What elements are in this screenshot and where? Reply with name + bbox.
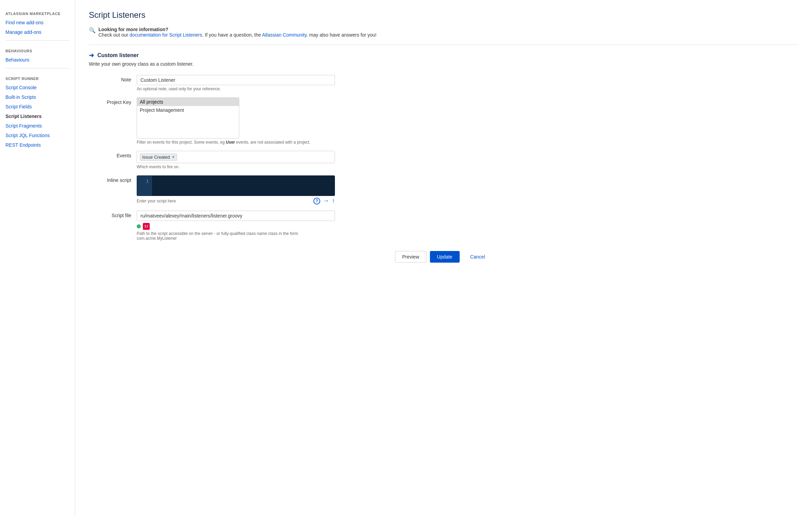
listener-section: ➜ Custom listener Write your own groovy … [89,52,798,273]
info-box: 🔍 Looking for more information? Check ou… [89,27,798,38]
update-button[interactable]: Update [430,251,460,263]
event-tag-close-icon[interactable]: × [172,155,175,159]
inline-script-label: Inline script [89,175,137,183]
events-field: Issue Created × Which events to fire on … [137,151,798,169]
event-tag-issue-created: Issue Created × [140,154,177,161]
project-key-field: All projects Project Management Filter o… [137,97,798,145]
code-hint: Enter your script here [137,199,176,203]
project-option-all: All projects [137,98,239,106]
project-key-select[interactable]: All projects Project Management [137,97,239,138]
sidebar-item-built-in-scripts[interactable]: Built-in Scripts [0,92,75,102]
behaviours-label: BEHAVIOURS [0,44,75,55]
inline-script-row: Inline script 1 Enter your script here ?… [89,175,798,204]
note-input[interactable] [137,75,335,85]
arrow-up-icon[interactable]: ↑ [332,197,335,204]
listener-arrow-icon: ➜ [89,52,94,59]
listener-header: ➜ Custom listener [89,52,798,59]
script-file-field: IJ Path to the script accessible on the … [137,211,798,241]
button-row: Preview Update Cancel [89,251,798,273]
cancel-button[interactable]: Cancel [463,251,492,263]
scriptrunner-label: SCRIPT RUNNER [0,72,75,83]
info-text-mid: . If you have a question, the [202,32,262,38]
code-line-numbers: 1 [137,176,152,196]
sidebar-item-manage-addons[interactable]: Manage add-ons [0,27,75,37]
behaviours-section: BEHAVIOURS Behaviours [0,44,75,65]
events-input-container[interactable]: Issue Created × [137,151,335,163]
sidebar-item-script-fields[interactable]: Script Fields [0,102,75,111]
line-number-1: 1 [146,179,149,184]
info-text-before: Check out our [98,32,130,38]
script-file-status: IJ [137,223,798,230]
code-actions: ? → ↑ [313,197,335,204]
search-icon: 🔍 [89,27,96,34]
main-content: Script Listeners 🔍 Looking for more info… [75,0,812,515]
code-editor: 1 [137,175,335,196]
info-content: Looking for more information? Check out … [98,27,377,38]
ide-icon: IJ [143,223,150,230]
marketplace-section: ATLASSIAN MARKETPLACE Find new add-ons M… [0,7,75,37]
sidebar-item-script-jql-functions[interactable]: Script JQL Functions [0,131,75,140]
project-key-label: Project Key [89,97,137,105]
sidebar-item-script-console[interactable]: Script Console [0,83,75,92]
sidebar-item-find-addons[interactable]: Find new add-ons [0,18,75,27]
inline-script-field: 1 Enter your script here ? → ↑ [137,175,798,204]
note-hint: An optional note, used only for your ref… [137,87,335,91]
project-hint: Filter on events for this project. Some … [137,140,335,145]
help-icon[interactable]: ? [313,198,320,204]
code-editor-footer: Enter your script here ? → ↑ [137,197,335,204]
script-file-input[interactable] [137,211,335,221]
sidebar-item-script-fragments[interactable]: Script Fragments [0,121,75,131]
sidebar-item-script-listeners[interactable]: Script Listeners [0,111,75,121]
note-field: An optional note, used only for your ref… [137,75,798,91]
events-label: Events [89,151,137,158]
project-key-row: Project Key All projects Project Managem… [89,97,798,145]
sidebar-item-rest-endpoints[interactable]: REST Endpoints [0,140,75,150]
script-file-hint: Path to the script accessible on the ser… [137,231,335,241]
arrow-right-icon[interactable]: → [323,197,329,204]
script-file-label: Script file [89,211,137,218]
scriptrunner-section: SCRIPT RUNNER Script Console Built-in Sc… [0,72,75,150]
sidebar-divider-2 [5,68,69,68]
listener-subtitle: Write your own groovy class as a custom … [89,61,798,67]
section-divider [89,44,798,45]
listener-title: Custom listener [97,52,139,58]
info-heading: Looking for more information? [98,27,168,32]
note-label: Note [89,75,137,82]
info-link-community[interactable]: Atlassian Community [262,32,307,38]
marketplace-label: ATLASSIAN MARKETPLACE [0,7,75,18]
preview-button[interactable]: Preview [395,251,427,263]
sidebar: ATLASSIAN MARKETPLACE Find new add-ons M… [0,0,75,515]
status-dot-icon [137,224,141,228]
project-option-pm: Project Management [137,106,239,114]
events-row: Events Issue Created × Which events to f… [89,151,798,169]
info-text-end: . may also have answers for you! [307,32,377,38]
note-row: Note An optional note, used only for you… [89,75,798,91]
event-tag-label: Issue Created [142,155,170,160]
page-title: Script Listeners [89,10,798,20]
events-hint: Which events to fire on . [137,164,335,169]
sidebar-item-behaviours[interactable]: Behaviours [0,55,75,65]
code-textarea[interactable] [152,176,335,196]
info-link-docs[interactable]: documentation for Script Listeners [130,32,202,38]
sidebar-divider-1 [5,40,69,41]
script-file-row: Script file IJ Path to the script access… [89,211,798,241]
